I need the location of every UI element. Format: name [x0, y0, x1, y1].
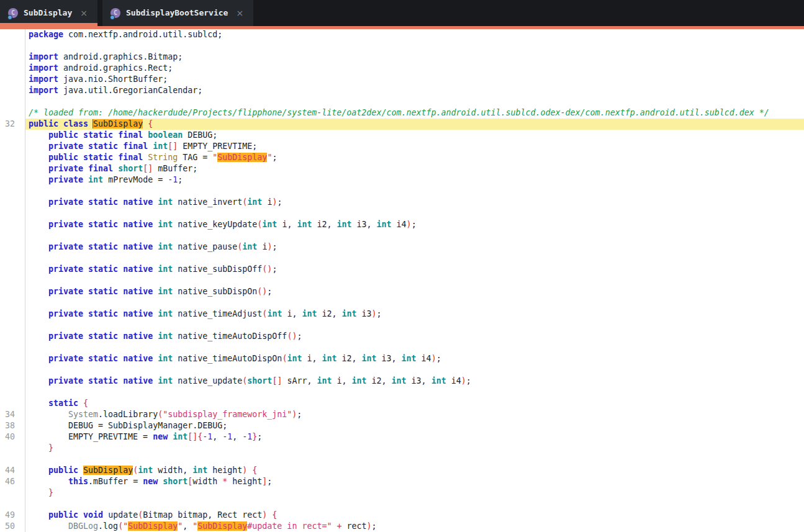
code-line[interactable]: import java.nio.ShortBuffer;	[0, 74, 804, 85]
token-plain: ;	[272, 264, 277, 274]
code-line[interactable]	[0, 454, 804, 465]
line-number: 49	[0, 510, 25, 521]
tab-subdisplay[interactable]: CSubDisplay×	[0, 0, 97, 26]
token-plain: ;	[377, 309, 382, 318]
token-class-ref: DBGLog	[68, 521, 98, 531]
code-line[interactable]: 46 this.mBuffer = new short[width * heig…	[0, 476, 804, 487]
token-separator: ()	[287, 331, 297, 341]
token-keyword: private	[48, 376, 83, 385]
code-line[interactable]	[0, 230, 804, 241]
code-line[interactable]: public static final String TAG = "SubDis…	[0, 152, 804, 163]
code-line[interactable]: private static native int native_timeAdj…	[0, 309, 804, 320]
code-line[interactable]: private static native int native_timeAut…	[0, 331, 804, 342]
code-text	[25, 96, 804, 107]
token-type: int	[317, 376, 332, 385]
token-keyword: final	[88, 164, 113, 173]
token-separator: )	[431, 354, 436, 363]
code-line[interactable]: 50 DBGLog.log("SubDisplay", "SubDisplay#…	[0, 521, 804, 532]
code-line[interactable]: 38 DEBUG = SubDisplayManager.DEBUG;	[0, 420, 804, 431]
code-line[interactable]	[0, 253, 804, 264]
code-line[interactable]: private static native int native_subDisp…	[0, 286, 804, 297]
token-plain	[78, 399, 83, 408]
code-line[interactable]: /* loaded from: /home/hackerdude/Project…	[0, 107, 804, 119]
token-keyword: static	[88, 309, 118, 318]
code-line[interactable]: 44 public SubDisplay(int width, int heig…	[0, 465, 804, 476]
code-line[interactable]	[0, 498, 804, 510]
code-line[interactable]	[0, 297, 804, 309]
code-line[interactable]: private static native int native_update(…	[0, 376, 804, 387]
code-text: private static native int native_timeAut…	[25, 331, 804, 342]
line-number	[0, 174, 25, 186]
token-type: int	[322, 354, 337, 363]
code-line[interactable]: private final short[] mBuffer;	[0, 163, 804, 174]
code-line[interactable]: private static native int native_subDisp…	[0, 264, 804, 275]
code-line[interactable]	[0, 208, 804, 219]
token-plain	[143, 130, 148, 140]
token-plain	[29, 164, 48, 173]
token-separator: )	[366, 521, 371, 531]
token-keyword: static	[88, 376, 118, 385]
code-line[interactable]: 34 System.loadLibrary("subdisplay_framew…	[0, 409, 804, 420]
token-keyword: static	[88, 142, 118, 151]
code-line[interactable]: }	[0, 487, 804, 498]
tab-close-icon[interactable]: ×	[78, 7, 89, 19]
code-line[interactable]	[0, 320, 804, 331]
token-plain: ;	[272, 153, 277, 162]
token-plain	[143, 153, 148, 162]
code-line[interactable]	[0, 96, 804, 107]
token-type: int	[158, 309, 173, 318]
token-plain	[58, 119, 63, 128]
token-type: int	[192, 466, 207, 475]
token-plain: i3,	[352, 220, 377, 229]
token-plain: android.graphics.Bitmap;	[58, 52, 183, 61]
token-plain	[118, 197, 123, 207]
code-line[interactable]: 40 EMPTY_PREVTIME = new int[]{-1, -1, -1…	[0, 431, 804, 443]
line-number	[0, 74, 25, 85]
token-type: short	[118, 164, 143, 173]
tab-subdisplaybootservice[interactable]: CSubdisplayBootService×	[102, 0, 253, 26]
token-keyword: static	[88, 197, 118, 207]
code-line[interactable]	[0, 387, 804, 398]
code-line[interactable]: private static native int native_keyUpda…	[0, 219, 804, 230]
code-line[interactable]: public static final boolean DEBUG;	[0, 130, 804, 141]
token-keyword: public	[48, 130, 78, 140]
token-plain	[118, 354, 123, 363]
code-line[interactable]: import java.util.GregorianCalendar;	[0, 85, 804, 96]
code-line[interactable]	[0, 275, 804, 286]
token-keyword: native	[123, 287, 153, 296]
code-line[interactable]: }	[0, 443, 804, 454]
token-plain: i	[257, 242, 267, 251]
code-line[interactable]: private int mPrevMode = -1;	[0, 174, 804, 186]
code-line[interactable]	[0, 342, 804, 353]
code-line[interactable]: private static native int native_invert(…	[0, 197, 804, 208]
code-line[interactable]: private static native int native_timeAut…	[0, 353, 804, 364]
token-plain: native_timeAutoDispOn	[173, 354, 282, 363]
code-line[interactable]: private static final int[] EMPTY_PREVTIM…	[0, 141, 804, 152]
code-line[interactable]: import android.graphics.Rect;	[0, 63, 804, 74]
code-line[interactable]: package com.nextfp.android.util.sublcd;	[0, 29, 804, 40]
tab-close-icon[interactable]: ×	[234, 7, 245, 19]
code-text: import java.nio.ShortBuffer;	[25, 74, 804, 85]
line-number	[0, 353, 25, 364]
token-plain	[83, 376, 88, 385]
token-keyword: final	[118, 153, 143, 162]
token-plain	[29, 142, 48, 151]
code-line[interactable]	[0, 186, 804, 197]
token-type: int	[362, 354, 377, 363]
code-line[interactable]: 32public class SubDisplay {	[0, 119, 804, 130]
code-line[interactable]	[0, 364, 804, 376]
code-line[interactable]: 49 public void update(Bitmap bitmap, Rec…	[0, 510, 804, 521]
code-text: }	[25, 443, 804, 454]
code-line[interactable]: private static native int native_pause(i…	[0, 241, 804, 253]
code-line[interactable]: import android.graphics.Bitmap;	[0, 52, 804, 63]
token-type: int	[337, 220, 351, 229]
code-editor[interactable]: package com.nextfp.android.util.sublcd;i…	[0, 29, 804, 532]
token-plain: DEBUG = SubDisplayManager.DEBUG;	[29, 421, 227, 430]
token-number: -1	[222, 432, 232, 441]
token-plain: ;	[466, 376, 471, 385]
token-plain	[29, 242, 48, 251]
occurrence-highlight: SubDisplay	[83, 466, 133, 475]
code-line[interactable]: static {	[0, 398, 804, 409]
line-number	[0, 286, 25, 297]
code-line[interactable]	[0, 40, 804, 52]
